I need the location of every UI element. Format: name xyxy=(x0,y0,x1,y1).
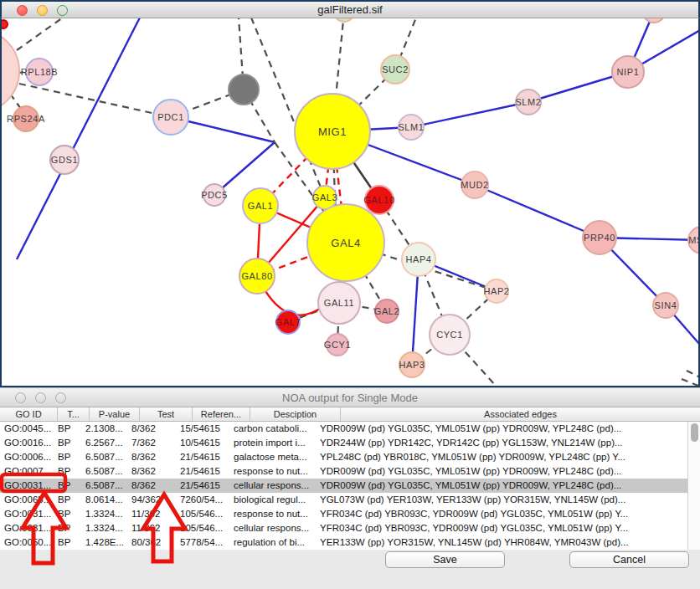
table-cell: YDR009W (pd) YGL035C, YML051W (pp) YDR00… xyxy=(316,422,671,436)
scrollbar-thumb[interactable] xyxy=(691,423,698,442)
table-cell: YFR034C (pd) YBR093C, YDR009W (pd) YGL03… xyxy=(316,507,671,521)
table-cell: 8/362 xyxy=(127,450,176,464)
table-cell: GO:0016... xyxy=(0,436,54,450)
table-cell: regulation of bi... xyxy=(229,535,316,550)
graph-node-label-HAP2: HAP2 xyxy=(483,286,509,296)
table-cell: BP xyxy=(54,422,81,436)
window-title: NOA output for Single Mode xyxy=(0,388,700,407)
table-cell: carbon cataboli... xyxy=(229,422,316,436)
table-cell: 6.5087... xyxy=(81,450,127,464)
table-cell: BP xyxy=(54,521,81,535)
table-cell: 80/362 xyxy=(127,535,176,550)
network-window: RPL18BRPS24AGDS1PDC1MIG1SUC2SLM1SLM2NIP1… xyxy=(0,0,700,387)
table-cell: 21/54615 xyxy=(176,464,229,479)
table-cell: 6.5087... xyxy=(81,479,127,493)
column-header-go-id[interactable]: GO ID xyxy=(0,407,58,421)
table-row[interactable]: GO:0031...BP1.3324...11/362105/546...cel… xyxy=(0,521,687,535)
network-canvas[interactable]: RPL18BRPS24AGDS1PDC1MIG1SUC2SLM1SLM2NIP1… xyxy=(0,0,700,387)
graph-node-label-SIN4: SIN4 xyxy=(655,300,677,310)
cancel-button[interactable]: Cancel xyxy=(569,551,689,568)
table-cell: 8/362 xyxy=(127,464,176,479)
table-cell: 1.3324... xyxy=(81,521,127,535)
graph-node-label-GAL3: GAL3 xyxy=(312,192,338,202)
table-cell: BP xyxy=(54,535,81,550)
graph-node-label-HAP4: HAP4 xyxy=(405,254,431,264)
column-header-p-value[interactable]: P-value xyxy=(90,407,140,421)
table-cell: 11/362 xyxy=(127,521,176,535)
column-header-test[interactable]: Test xyxy=(140,407,193,421)
table-header: GO IDT...P-valueTestReferen...Desciption… xyxy=(0,407,700,422)
table-cell: BP xyxy=(54,464,81,479)
graph-node-label-SLM2: SLM2 xyxy=(515,97,541,107)
titlebar: galFiltered.sif xyxy=(0,0,700,18)
table-cell: 7260/54... xyxy=(176,493,229,507)
table-cell: YDR244W (pp) YDR142C, YDR142C (pp) YGL15… xyxy=(316,436,671,450)
table-cell: 8/362 xyxy=(127,422,176,436)
graph-node-label-GDS1: GDS1 xyxy=(51,155,78,165)
graph-node-label-MS-edge: MS xyxy=(688,235,700,245)
column-header-referen[interactable]: Referen... xyxy=(193,407,250,421)
table-cell: 94/362 xyxy=(127,493,176,507)
graph-node-label-PDC1: PDC1 xyxy=(157,112,184,122)
table-cell: GO:0065... xyxy=(0,493,54,507)
table-cell: biological regul... xyxy=(229,493,316,507)
graph-node-label-GAL80: GAL80 xyxy=(241,271,272,281)
graph-node-label-GAL2: GAL2 xyxy=(374,306,400,316)
table-row[interactable]: GO:0065...BP8.0614...94/3627260/54...bio… xyxy=(0,493,687,507)
table-cell: GO:0031... xyxy=(0,479,54,493)
table-cell: 11/362 xyxy=(127,507,176,521)
vertical-scrollbar[interactable] xyxy=(687,422,700,550)
column-header-associated-edges[interactable]: Associated edges xyxy=(341,407,700,421)
table-cell: BP xyxy=(54,507,81,521)
column-header-desciption[interactable]: Desciption xyxy=(250,407,341,421)
table-cell: 7/362 xyxy=(127,436,176,450)
table-cell: YDR009W (pd) YGL035C, YML051W (pp) YDR00… xyxy=(316,464,671,479)
graph-node-dark-node[interactable] xyxy=(229,74,259,105)
table-cell: GO:0050... xyxy=(0,535,54,550)
table-row[interactable]: GO:0006...BP6.5087...8/36221/54615galact… xyxy=(0,450,687,464)
table-cell: BP xyxy=(54,493,81,507)
save-button[interactable]: Save xyxy=(385,551,505,568)
column-header-t[interactable]: T... xyxy=(58,407,90,421)
table-cell: 105/546... xyxy=(176,507,229,521)
table-cell: YDR009W (pd) YGL035C, YML051W (pp) YDR00… xyxy=(316,479,671,493)
table-cell: 5778/54... xyxy=(176,535,229,550)
table-cell: YFR034C (pd) YBR093C, YDR009W (pd) YGL03… xyxy=(316,521,671,535)
table-row[interactable]: GO:0031...BP1.3324...11/362105/546...res… xyxy=(0,507,687,521)
graph-node-label-GAL4: GAL4 xyxy=(331,237,361,249)
table-cell: response to nut... xyxy=(229,507,316,521)
graph-node-label-GCY1: GCY1 xyxy=(324,340,351,350)
graph-node-label-PRP40: PRP40 xyxy=(584,233,615,243)
window-title: galFiltered.sif xyxy=(2,2,698,18)
graph-node-label-RPL18B: RPL18B xyxy=(21,67,59,77)
graph-node-label-MIG1: MIG1 xyxy=(318,125,347,138)
noa-output-window: NOA output for Single Mode GO IDT...P-va… xyxy=(0,387,700,589)
graph-node-label-SLM1: SLM1 xyxy=(398,122,424,132)
table-row[interactable]: GO:0007...BP6.5087...8/36221/54615respon… xyxy=(0,464,687,479)
table-cell: 105/546... xyxy=(176,521,229,535)
table-cell: 21/54615 xyxy=(176,450,229,464)
graph-node-label-NIP1: NIP1 xyxy=(617,67,640,77)
table-cell: GO:0045... xyxy=(0,422,54,436)
table-cell: YGL073W (pd) YER103W, YER133W (pp) YOR31… xyxy=(316,493,671,507)
table-cell: GO:0031... xyxy=(0,507,54,521)
table-cell: 6.2567... xyxy=(81,436,127,450)
screen: RPL18BRPS24AGDS1PDC1MIG1SUC2SLM1SLM2NIP1… xyxy=(0,0,700,589)
table-cell: BP xyxy=(54,436,81,450)
table-row[interactable]: GO:0050...BP1.428E...80/3625778/54...reg… xyxy=(0,535,687,550)
table-cell: GO:0007... xyxy=(0,464,54,479)
table-cell: 1.3324... xyxy=(81,507,127,521)
table-cell: 15/54615 xyxy=(176,422,229,436)
table-cell: 10/54615 xyxy=(176,436,229,450)
table-cell: 1.428E... xyxy=(81,535,127,550)
table-row[interactable]: GO:0031...BP6.5087...8/36221/54615cellul… xyxy=(0,479,687,493)
titlebar: NOA output for Single Mode xyxy=(0,387,700,407)
graph-node-label-GAL7: GAL7 xyxy=(275,317,301,327)
table-cell: BP xyxy=(54,479,81,493)
table-cell: GO:0006... xyxy=(0,450,54,464)
table-row[interactable]: GO:0045...BP2.1308...8/36215/54615carbon… xyxy=(0,422,687,436)
table-row[interactable]: GO:0016...BP6.2567...7/36210/54615protei… xyxy=(0,436,687,450)
table-body: GO:0045...BP2.1308...8/36215/54615carbon… xyxy=(0,422,687,550)
table-cell: 8/362 xyxy=(127,479,176,493)
table-cell: 8.0614... xyxy=(81,493,127,507)
